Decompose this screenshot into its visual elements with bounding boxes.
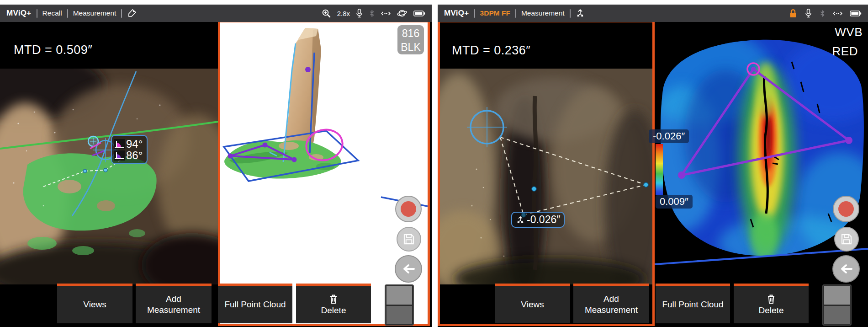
floppy-save-icon bbox=[402, 232, 416, 246]
measurement-point[interactable] bbox=[83, 169, 87, 173]
battery-icon bbox=[850, 10, 862, 17]
delete-button[interactable]: Delete bbox=[296, 284, 371, 323]
point-cloud-render bbox=[220, 22, 428, 324]
angle-value-1: 94° bbox=[126, 139, 143, 150]
views-button[interactable]: Views bbox=[495, 284, 570, 323]
left-app-window: MViQ+ Recall Measurement 2.8x bbox=[0, 5, 432, 327]
angle-wedge-icon-magenta bbox=[114, 139, 125, 149]
add-measurement-button[interactable]: Add Measurement bbox=[136, 284, 212, 323]
lw-point-cloud-pane[interactable]: 816 BLK bbox=[218, 20, 430, 326]
lw-measurement-image bbox=[0, 69, 218, 284]
rw-measurement-image-pane[interactable]: MTD = 0.236″ bbox=[438, 20, 655, 326]
image-index-badge: 816 BLK bbox=[397, 25, 424, 54]
back-button[interactable] bbox=[832, 255, 860, 283]
full-point-cloud-button[interactable]: Full Point Cloud bbox=[656, 284, 730, 323]
scale-min-label[interactable]: 0.009″ bbox=[656, 195, 693, 209]
bluetooth-icon bbox=[819, 9, 826, 18]
rw-surface-image bbox=[440, 69, 652, 284]
joystick-upper bbox=[824, 286, 850, 305]
record-dot-icon bbox=[401, 201, 416, 217]
annotation-icon[interactable] bbox=[127, 9, 137, 18]
dual-screenshot-canvas: MViQ+ Recall Measurement 2.8x bbox=[0, 0, 868, 332]
rw-menubar: MViQ+ 3DPM FF Measurement bbox=[438, 5, 868, 22]
steering-mode-icon[interactable] bbox=[576, 9, 585, 18]
bluetooth-icon bbox=[369, 9, 375, 18]
menu-separator bbox=[67, 9, 68, 18]
vertex-point[interactable] bbox=[305, 67, 311, 72]
badge-mode: BLK bbox=[397, 40, 424, 54]
trash-icon bbox=[328, 293, 339, 305]
lock-icon bbox=[789, 9, 798, 18]
menu-separator bbox=[121, 9, 122, 18]
views-button[interactable]: Views bbox=[57, 284, 132, 323]
full-point-cloud-button[interactable]: Full Point Cloud bbox=[218, 284, 292, 323]
record-button[interactable] bbox=[395, 196, 422, 222]
lw-menubar: MViQ+ Recall Measurement 2.8x bbox=[0, 5, 432, 22]
microphone-icon bbox=[805, 9, 812, 18]
angle-value-2: 86° bbox=[126, 150, 143, 161]
angle-wedge-icon-purple bbox=[114, 150, 125, 161]
joystick-upper bbox=[386, 286, 412, 305]
steering-sphere-icon[interactable] bbox=[397, 9, 408, 18]
zoom-level-value[interactable]: 2.8x bbox=[337, 10, 350, 17]
rw-brand[interactable]: MViQ+ bbox=[444, 9, 469, 18]
battery-icon bbox=[413, 10, 425, 17]
joystick-indicator[interactable] bbox=[822, 284, 852, 326]
menu-separator bbox=[37, 9, 37, 18]
floppy-save-icon bbox=[840, 232, 853, 246]
lw-mtd-readout: MTD = 0.509″ bbox=[14, 43, 92, 57]
depth-value: -0.026″ bbox=[527, 214, 560, 226]
measurement-point[interactable] bbox=[104, 168, 107, 172]
save-button[interactable] bbox=[834, 227, 859, 252]
rw-menu-item-3dpm-ff[interactable]: 3DPM FF bbox=[480, 9, 510, 17]
scale-max-label[interactable]: -0.026″ bbox=[649, 129, 689, 143]
right-app-window: MViQ+ 3DPM FF Measurement bbox=[438, 5, 868, 327]
rw-depth-heatmap bbox=[655, 21, 868, 326]
angle-measurement-label[interactable]: 94° 86° bbox=[111, 135, 148, 164]
link-arrows-icon bbox=[833, 10, 842, 17]
heatmap-label-wvb: WVB bbox=[835, 25, 863, 39]
rw-menu-item-measurement[interactable]: Measurement bbox=[521, 9, 565, 17]
lw-menu-item-measurement[interactable]: Measurement bbox=[73, 9, 116, 17]
joystick-indicator[interactable] bbox=[385, 284, 414, 326]
lw-menu-item-recall[interactable]: Recall bbox=[42, 9, 62, 17]
menu-separator bbox=[474, 9, 475, 18]
zoom-magnifier-icon[interactable] bbox=[322, 9, 331, 18]
microphone-icon bbox=[356, 9, 363, 18]
depth-icon bbox=[516, 215, 525, 224]
depth-color-scale bbox=[656, 144, 663, 195]
joystick-lower bbox=[386, 306, 412, 324]
rw-mtd-readout: MTD = 0.236″ bbox=[452, 43, 530, 58]
add-measurement-button[interactable]: Add Measurement bbox=[573, 284, 649, 323]
measurement-point[interactable] bbox=[532, 187, 536, 191]
record-dot-icon bbox=[838, 201, 854, 217]
back-arrow-icon bbox=[839, 263, 853, 274]
menu-separator bbox=[515, 9, 516, 18]
back-arrow-icon bbox=[402, 263, 415, 274]
badge-number: 816 bbox=[397, 27, 424, 40]
delete-button[interactable]: Delete bbox=[734, 284, 809, 323]
heatmap-label-red: RED bbox=[832, 44, 858, 59]
link-arrows-icon bbox=[381, 10, 391, 17]
depth-measurement-label[interactable]: -0.026″ bbox=[511, 212, 565, 228]
record-button[interactable] bbox=[833, 196, 859, 222]
joystick-lower bbox=[824, 306, 850, 324]
trash-icon bbox=[765, 293, 777, 305]
lw-brand[interactable]: MViQ+ bbox=[6, 9, 32, 18]
measurement-point[interactable] bbox=[644, 182, 648, 187]
menu-separator bbox=[570, 9, 571, 18]
back-button[interactable] bbox=[395, 255, 422, 283]
save-button[interactable] bbox=[397, 227, 421, 252]
